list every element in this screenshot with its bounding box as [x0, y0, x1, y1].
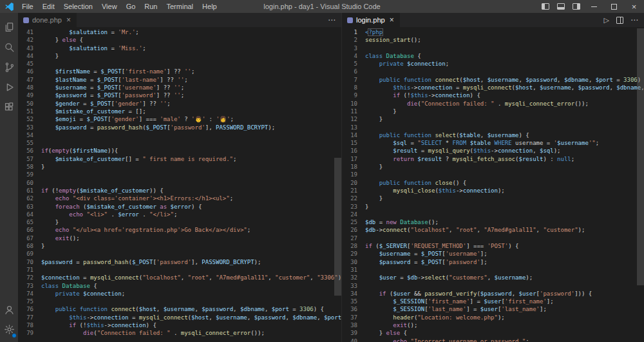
code-line-30[interactable]: 30 $password = $_POST['password']; — [342, 258, 644, 266]
code-line-11[interactable]: 11 } — [342, 108, 644, 115]
code-line-49[interactable]: 49 $password = $_POST['password'] ?? ''; — [18, 91, 341, 99]
line-number[interactable]: 11 — [342, 108, 357, 115]
line-number[interactable]: 7 — [342, 76, 357, 84]
line-number[interactable]: 13 — [342, 124, 357, 131]
line-number[interactable]: 8 — [342, 84, 357, 91]
code-line-22[interactable]: 22 } — [342, 195, 644, 202]
code-line-76[interactable]: 76 public function connect($host, $usern… — [18, 305, 341, 313]
activity-run-debug[interactable] — [0, 77, 18, 97]
line-number[interactable]: 73 — [18, 282, 33, 290]
code-line-64[interactable]: 64 echo "<li>" . $error . "</li>"; — [18, 211, 341, 218]
line-number[interactable]: 10 — [342, 100, 357, 108]
maximize-button[interactable] — [604, 0, 624, 13]
line-number[interactable]: 29 — [342, 250, 357, 258]
line-number[interactable]: 74 — [18, 290, 33, 298]
line-number[interactable]: 59 — [18, 171, 33, 178]
code-area[interactable]: 41 $salutation = 'Mr.';42 } else {43 $sa… — [18, 27, 341, 342]
code-line-63[interactable]: 63 foreach ($mistake_of_customer as $err… — [18, 203, 341, 211]
code-line-71[interactable]: 71 — [18, 266, 341, 274]
code-line-39[interactable]: 39 } else { — [342, 329, 644, 337]
code-line-68[interactable]: 68} — [18, 242, 341, 250]
code-line-5[interactable]: 5 private $connection; — [342, 60, 644, 68]
line-number[interactable]: 18 — [342, 163, 357, 171]
more-actions-icon[interactable]: ⋯ — [630, 16, 638, 24]
code-line-27[interactable]: 27 — [342, 234, 644, 242]
tab-done-php[interactable]: done.php × — [18, 13, 77, 27]
code-line-18[interactable]: 18 } — [342, 163, 644, 171]
line-number[interactable]: 55 — [18, 139, 33, 147]
code-line-51[interactable]: 51 $mistake_of_customer = []; — [18, 108, 341, 115]
line-number[interactable]: 47 — [18, 76, 33, 84]
activity-source-control[interactable] — [0, 57, 18, 77]
toggle-panel-icon[interactable] — [553, 0, 569, 13]
line-number[interactable]: 32 — [342, 274, 357, 281]
more-actions-icon[interactable]: ⋯ — [328, 16, 336, 24]
line-number[interactable]: 28 — [342, 242, 357, 250]
line-number[interactable]: 22 — [342, 195, 357, 202]
close-tab-icon[interactable]: × — [388, 15, 395, 24]
line-number[interactable]: 70 — [18, 258, 33, 266]
code-line-25[interactable]: 25$db = new Database(); — [342, 218, 644, 226]
activity-explorer[interactable] — [0, 17, 18, 37]
code-line-52[interactable]: 52 $emoji = $_POST['gender'] === 'male' … — [18, 115, 341, 123]
line-number[interactable]: 27 — [342, 234, 357, 242]
line-number[interactable]: 52 — [18, 115, 33, 123]
line-number[interactable]: 15 — [342, 139, 357, 147]
code-line-34[interactable]: 34 if ($user && password_verify($passwor… — [342, 290, 644, 298]
code-line-41[interactable]: 41 $salutation = 'Mr.'; — [18, 28, 341, 36]
code-line-67[interactable]: 67 exit(); — [18, 234, 341, 242]
line-number[interactable]: 58 — [18, 163, 33, 171]
code-line-8[interactable]: 8 $this->connection = mysqli_connect($ho… — [342, 84, 644, 91]
line-number[interactable]: 75 — [18, 298, 33, 305]
code-line-58[interactable]: 58} — [18, 163, 341, 171]
line-number[interactable]: 33 — [342, 282, 357, 290]
toggle-secondary-sidebar-icon[interactable] — [569, 0, 584, 13]
code-line-10[interactable]: 10 die("Connection failed: " . mysqli_co… — [342, 100, 644, 108]
line-number[interactable]: 69 — [18, 250, 33, 258]
line-number[interactable]: 46 — [18, 68, 33, 75]
code-line-66[interactable]: 66 echo "</ul><a href='regstration.php'>… — [18, 226, 341, 234]
code-line-36[interactable]: 36 $_SESSION['last_name'] = $user['last_… — [342, 305, 644, 313]
code-line-75[interactable]: 75 — [18, 298, 341, 305]
line-number[interactable]: 66 — [18, 226, 33, 234]
line-number[interactable]: 71 — [18, 266, 33, 274]
code-line-73[interactable]: 73class Database { — [18, 282, 341, 290]
toggle-sidebar-icon[interactable] — [538, 0, 553, 13]
line-number[interactable]: 19 — [342, 171, 357, 178]
line-number[interactable]: 3 — [342, 44, 357, 52]
code-line-53[interactable]: 53 $password = password_hash($_POST['pas… — [18, 124, 341, 131]
code-line-2[interactable]: 2session_start(); — [342, 36, 644, 44]
menu-file[interactable]: File — [17, 0, 38, 13]
manage-button[interactable] — [0, 319, 18, 339]
menu-go[interactable]: Go — [122, 0, 140, 13]
code-line-32[interactable]: 32 $user = $db->select("customers", $use… — [342, 274, 644, 281]
menu-selection[interactable]: Selection — [59, 0, 97, 13]
code-line-15[interactable]: 15 $sql = "SELECT * FROM $table WHERE us… — [342, 139, 644, 147]
code-line-78[interactable]: 78 if (!$this->connection) { — [18, 321, 341, 329]
line-number[interactable]: 23 — [342, 203, 357, 211]
line-number[interactable]: 60 — [18, 179, 33, 187]
line-number[interactable]: 24 — [342, 211, 357, 218]
code-line-59[interactable]: 59 — [18, 171, 341, 178]
code-line-40[interactable]: 40 echo "Incorrect username or password.… — [342, 337, 644, 342]
code-line-20[interactable]: 20 public function close() { — [342, 179, 644, 187]
line-number[interactable]: 79 — [18, 329, 33, 337]
line-number[interactable]: 25 — [342, 218, 357, 226]
activity-extensions[interactable] — [0, 97, 18, 117]
line-number[interactable]: 49 — [18, 91, 33, 99]
line-number[interactable]: 63 — [18, 203, 33, 211]
line-number[interactable]: 56 — [18, 147, 33, 155]
menu-help[interactable]: Help — [198, 0, 222, 13]
code-line-7[interactable]: 7 public function connect($host, $userna… — [342, 76, 644, 84]
line-number[interactable]: 76 — [18, 305, 33, 313]
code-line-60[interactable]: 60 — [18, 179, 341, 187]
code-line-24[interactable]: 24 — [342, 211, 644, 218]
code-line-3[interactable]: 3 — [342, 44, 644, 52]
line-number[interactable]: 2 — [342, 36, 357, 44]
code-line-16[interactable]: 16 $result = mysqli_query($this->connect… — [342, 147, 644, 155]
line-number[interactable]: 53 — [18, 124, 33, 131]
code-line-1[interactable]: 1<?php — [342, 28, 644, 36]
tab-login-php[interactable]: login.php × — [342, 13, 401, 27]
line-number[interactable]: 68 — [18, 242, 33, 250]
menu-view[interactable]: View — [97, 0, 122, 13]
